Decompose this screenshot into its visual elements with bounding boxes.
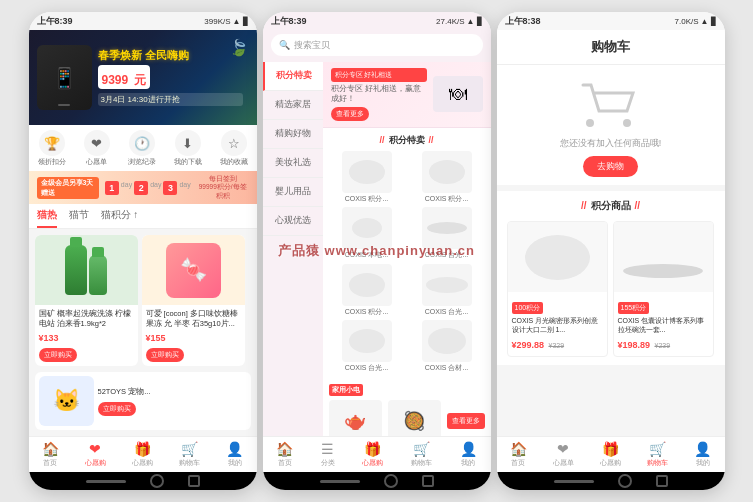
bnav-wishlist-1[interactable]: ❤ 心愿购 bbox=[85, 441, 106, 468]
cart-empty-text: 您还没有加入任何商品哦! bbox=[560, 137, 662, 150]
pp-name-1: COXIS 积分... bbox=[345, 195, 389, 203]
gift-icon-3: 🎁 bbox=[602, 441, 619, 457]
cart-price-2: ¥198.89 bbox=[618, 340, 651, 350]
nav-icon-discount[interactable]: 🏆 领折扣分 bbox=[38, 130, 66, 167]
points-badge: 积分专区 好礼相送 bbox=[331, 68, 427, 82]
search-bar-2: 🔍 搜索宝贝 bbox=[263, 30, 491, 62]
bnav-category-2[interactable]: ☰ 分类 bbox=[321, 441, 335, 468]
points-product-5[interactable]: COXIS 积分... bbox=[340, 264, 394, 316]
bnav-profile-3[interactable]: 👤 我的 bbox=[694, 441, 711, 468]
cart-icon-3: 🛒 bbox=[649, 441, 666, 457]
bnav-cart-label-2: 购物车 bbox=[411, 458, 432, 468]
svg-rect-0 bbox=[586, 119, 594, 127]
recents-button-1[interactable] bbox=[188, 475, 200, 487]
product-info-1: 国矿 概率起洗碗洗涤 柠檬 电站 泊来香1.9kg*2 ¥133 立即购买 bbox=[35, 305, 138, 366]
points-product-4[interactable]: COXIS 台光... bbox=[420, 207, 474, 259]
nav-download-label: 我的下载 bbox=[174, 158, 202, 167]
sidebar-cat-baby[interactable]: 婴儿用品 bbox=[263, 178, 323, 207]
product-info-3: 52TOYS 宠物... 立即购买 bbox=[98, 387, 151, 416]
nav-icon-download[interactable]: ⬇ 我的下载 bbox=[174, 130, 202, 167]
nav-icon-collection[interactable]: ☆ 我的收藏 bbox=[220, 130, 248, 167]
pp-img-8 bbox=[422, 320, 472, 362]
right-content: 积分专区 好礼相送 积分专区 好礼相送，赢意成好！ 查看更多 🍽 积分特卖 CO… bbox=[323, 62, 491, 436]
tabs-row: 猫热 猫节 猫积分 ↑ bbox=[29, 204, 257, 229]
bnav-gift-1[interactable]: 🎁 心愿购 bbox=[132, 441, 153, 468]
sidebar-cat-beauty[interactable]: 美妆礼选 bbox=[263, 149, 323, 178]
bottom-bar-3 bbox=[497, 472, 725, 490]
sidebar-cat-select[interactable]: 心观优选 bbox=[263, 207, 323, 236]
go-shopping-btn[interactable]: 去购物 bbox=[583, 156, 638, 177]
bnav-cart-1[interactable]: 🛒 购物车 bbox=[179, 441, 200, 468]
ha-more-btn[interactable]: 查看更多 bbox=[447, 413, 485, 429]
signal-1: 399K/S bbox=[204, 17, 230, 26]
add-to-cart-2[interactable]: 立即购买 bbox=[146, 348, 184, 362]
nav-icon-wishlist[interactable]: ❤ 心愿单 bbox=[84, 130, 110, 167]
bnav-points-2[interactable]: 🎁 心愿购 bbox=[362, 441, 383, 468]
bnav-profile-1[interactable]: 👤 我的 bbox=[226, 441, 243, 468]
add-to-cart-3[interactable]: 立即购买 bbox=[98, 402, 136, 416]
product-price-2: ¥155 bbox=[146, 333, 241, 343]
status-icons-1: 399K/S ▲ ▊ bbox=[204, 17, 248, 26]
product-card-1[interactable]: 国矿 概率起洗碗洗涤 柠檬 电站 泊来香1.9kg*2 ¥133 立即购买 bbox=[35, 235, 138, 366]
bnav-home-label-1: 首页 bbox=[43, 458, 57, 468]
bnav-gift-3[interactable]: 🎁 心愿购 bbox=[600, 441, 621, 468]
day-label-3: day bbox=[179, 181, 190, 195]
profile-icon-1: 👤 bbox=[226, 441, 243, 457]
points-product-3[interactable]: COXIS 本电... bbox=[340, 207, 394, 259]
points-go-btn[interactable]: 查看更多 bbox=[331, 107, 369, 121]
sidebar-cat-furniture[interactable]: 精选家居 bbox=[263, 91, 323, 120]
points-products-grid: COXIS 积分... COXIS 积分... COXIS 本电... COXI… bbox=[323, 151, 491, 377]
home-button-2[interactable] bbox=[384, 474, 398, 488]
points-product-7[interactable]: COXIS 台光... bbox=[340, 320, 394, 372]
bnav-cart-3[interactable]: 🛒 购物车 bbox=[647, 441, 668, 468]
wifi-icon-2: ▲ bbox=[467, 17, 475, 26]
cart-product-2[interactable]: 155积分 COXIS 包囊设计博客系列事拉坯碗洗一套... ¥198.89 ¥… bbox=[613, 221, 714, 357]
tab-trending[interactable]: 猫热 bbox=[37, 208, 57, 228]
product-name-3: 52TOYS 宠物... bbox=[98, 387, 151, 397]
bnav-cart-2[interactable]: 🛒 购物车 bbox=[411, 441, 432, 468]
pp-img-7 bbox=[342, 320, 392, 362]
cart-empty-section: 您还没有加入任何商品哦! 去购物 bbox=[497, 65, 725, 185]
back-button-3[interactable] bbox=[554, 480, 594, 483]
cart-empty-icon bbox=[581, 81, 641, 131]
bnav-wishlist-3[interactable]: ❤ 心愿单 bbox=[553, 441, 574, 468]
points-product-6[interactable]: COXIS 台光... bbox=[420, 264, 474, 316]
product-info-2: 可爱 [cocon] 多口味饮糖棒果冻 允 半枣 石35g10片... ¥155… bbox=[142, 305, 245, 366]
day-box-1: 1 bbox=[105, 181, 119, 195]
sidebar-cat-points[interactable]: 积分特卖 bbox=[263, 62, 323, 91]
bnav-home-2[interactable]: 🏠 首页 bbox=[276, 441, 293, 468]
add-to-cart-1[interactable]: 立即购买 bbox=[39, 348, 77, 362]
bnav-profile-2[interactable]: 👤 我的 bbox=[460, 441, 477, 468]
points-product-2[interactable]: COXIS 积分... bbox=[420, 151, 474, 203]
home-appliance-section: 家用小电 🫖 🥘 查看更多 bbox=[323, 380, 491, 436]
status-bar-1: 上午8:39 399K/S ▲ ▊ bbox=[29, 12, 257, 30]
product-card-2[interactable]: 🍬 可爱 [cocon] 多口味饮糖棒果冻 允 半枣 石35g10片... ¥1… bbox=[142, 235, 245, 366]
points-product-1[interactable]: COXIS 积分... bbox=[340, 151, 394, 203]
tab-points[interactable]: 猫积分 ↑ bbox=[101, 208, 139, 228]
profile-icon-3: 👤 bbox=[694, 441, 711, 457]
cart-product-info-2: 155积分 COXIS 包囊设计博客系列事拉坯碗洗一套... ¥198.89 ¥… bbox=[614, 292, 713, 356]
bnav-category-label-2: 分类 bbox=[321, 458, 335, 468]
bnav-wishlist-label-3: 心愿单 bbox=[553, 458, 574, 468]
search-input-2[interactable]: 🔍 搜索宝贝 bbox=[271, 34, 483, 56]
product-card-3[interactable]: 🐱 52TOYS 宠物... 立即购买 bbox=[35, 372, 251, 430]
bnav-home-1[interactable]: 🏠 首页 bbox=[42, 441, 59, 468]
back-button-1[interactable] bbox=[86, 480, 126, 483]
sidebar-cat-goods[interactable]: 精购好物 bbox=[263, 120, 323, 149]
recents-button-2[interactable] bbox=[422, 475, 434, 487]
recents-button-3[interactable] bbox=[656, 475, 668, 487]
banner-leaf-icon: 🍃 bbox=[229, 38, 249, 57]
bnav-profile-label-3: 我的 bbox=[696, 458, 710, 468]
points-product-8[interactable]: COXIS 合材... bbox=[420, 320, 474, 372]
plate-shape-2 bbox=[623, 264, 703, 278]
back-button-2[interactable] bbox=[320, 480, 360, 483]
product-image-1 bbox=[35, 235, 138, 305]
cart-product-1[interactable]: 100积分 COXIS 月光碗密形系列创意设计大口二别 1... ¥299.88… bbox=[507, 221, 608, 357]
home-button-3[interactable] bbox=[618, 474, 632, 488]
home-button-1[interactable] bbox=[150, 474, 164, 488]
banner-date: 3月4日 14:30进行开抢 bbox=[98, 93, 243, 106]
heart-icon: ❤ bbox=[84, 130, 110, 156]
bnav-home-3[interactable]: 🏠 首页 bbox=[510, 441, 527, 468]
nav-icon-history[interactable]: 🕐 浏览纪录 bbox=[128, 130, 156, 167]
tab-new[interactable]: 猫节 bbox=[69, 208, 89, 228]
